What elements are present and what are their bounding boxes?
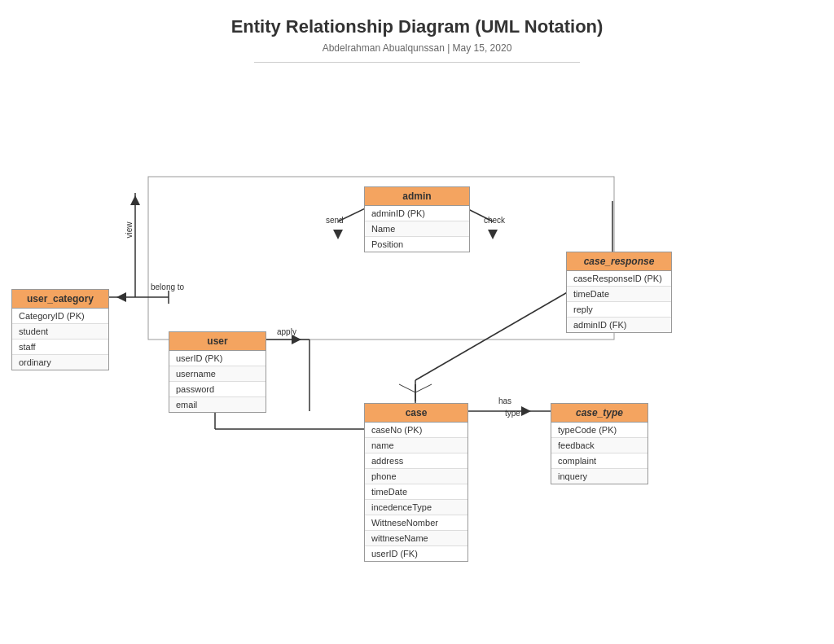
diagram-area: user_category CategoryID (PK) student st…: [0, 71, 834, 624]
entity-case-header: case: [365, 404, 467, 423]
field-case-name: name: [365, 438, 467, 453]
field-address: address: [365, 453, 467, 469]
svg-marker-16: [488, 230, 498, 239]
svg-line-24: [415, 291, 570, 380]
field-password: password: [169, 382, 266, 397]
field-timedate: timeDate: [365, 484, 467, 500]
field-ordinary: ordinary: [12, 355, 108, 370]
field-student: student: [12, 324, 108, 340]
svg-marker-14: [333, 230, 343, 239]
entity-case-response-header: case_response: [567, 252, 671, 271]
field-reply: reply: [567, 302, 671, 318]
field-caseno: caseNo (PK): [365, 423, 467, 438]
field-userid: userID (PK): [169, 351, 266, 366]
entity-admin: admin adminID (PK) Name Position: [364, 186, 470, 252]
entity-case-type-header: case_type: [551, 404, 647, 423]
field-complaint: complaint: [551, 453, 647, 469]
field-incedencetype: incedenceType: [365, 500, 467, 515]
svg-marker-4: [116, 292, 126, 302]
label-send: send: [326, 216, 344, 225]
label-has: has: [498, 396, 511, 405]
page-subtitle: Abdelrahman Abualqunssan | May 15, 2020: [254, 42, 580, 63]
field-name: Name: [365, 221, 469, 237]
field-typecode: typeCode (PK): [551, 423, 647, 438]
field-witnessename: wittneseName: [365, 531, 467, 546]
field-username: username: [169, 366, 266, 382]
label-type: type: [505, 409, 520, 418]
svg-marker-22: [521, 406, 531, 416]
field-feedback: feedback: [551, 438, 647, 453]
entity-admin-header: admin: [365, 187, 469, 206]
entity-case-response: case_response caseResponseID (PK) timeDa…: [566, 252, 672, 333]
field-inquery: inquery: [551, 469, 647, 484]
svg-marker-28: [130, 195, 140, 205]
field-phone: phone: [365, 469, 467, 484]
field-position: Position: [365, 237, 469, 252]
entity-user-category-header: user_category: [12, 290, 108, 309]
label-view: view: [125, 221, 134, 238]
field-staff: staff: [12, 340, 108, 355]
field-case-userid: userID (FK): [365, 546, 467, 561]
field-email: email: [169, 397, 266, 412]
svg-line-8: [399, 384, 415, 392]
entity-user-header: user: [169, 332, 266, 351]
label-belong-to: belong to: [151, 283, 184, 291]
field-adminid: adminID (PK): [365, 206, 469, 221]
entity-case: case caseNo (PK) name address phone time…: [364, 403, 468, 562]
field-caseresponseid: caseResponseID (PK): [567, 271, 671, 287]
entity-user: user userID (PK) username password email: [169, 331, 266, 413]
page-title: Entity Relationship Diagram (UML Notatio…: [0, 0, 834, 37]
field-response-adminid: adminID (FK): [567, 318, 671, 332]
label-check: check: [484, 216, 505, 225]
entity-case-type: case_type typeCode (PK) feedback complai…: [551, 403, 648, 484]
label-apply: apply: [277, 327, 296, 336]
svg-line-9: [415, 384, 432, 392]
field-categoryid: CategoryID (PK): [12, 309, 108, 324]
field-witnesenom: WittneseNomber: [365, 515, 467, 531]
entity-user-category: user_category CategoryID (PK) student st…: [11, 289, 109, 370]
field-response-timedate: timeDate: [567, 287, 671, 302]
